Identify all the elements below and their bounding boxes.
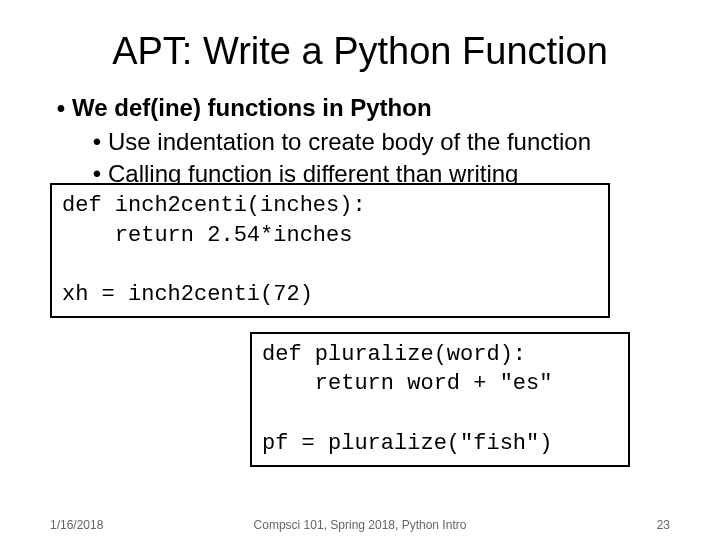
footer-course: Compsci 101, Spring 2018, Python Intro (0, 518, 720, 532)
code-box-pluralize: def pluralize(word): return word + "es" … (250, 332, 630, 467)
code-box-inch2centi: def inch2centi(inches): return 2.54*inch… (50, 183, 610, 318)
bullet-level2: •Use indentation to create body of the f… (86, 127, 670, 157)
footer-page-number: 23 (657, 518, 670, 532)
bullet-list: •We def(ine) functions in Python •Use in… (50, 93, 670, 467)
code-line: return word + "es" (262, 371, 552, 396)
bullet-dot-icon: • (86, 127, 108, 157)
bullet-level1: •We def(ine) functions in Python (50, 93, 670, 123)
bullet-dot-icon: • (50, 93, 72, 123)
code-line: def inch2centi(inches): (62, 193, 366, 218)
code-line: xh = inch2centi(72) (62, 282, 313, 307)
overlap-region: function def inch2centi(inches): return … (50, 183, 670, 467)
code-line: pf = pluralize("fish") (262, 431, 552, 456)
code-line: def pluralize(word): (262, 342, 526, 367)
bullet-text: We def(ine) functions in Python (72, 94, 432, 121)
slide-title: APT: Write a Python Function (50, 30, 670, 73)
bullet-text: Use indentation to create body of the fu… (108, 128, 591, 155)
slide: APT: Write a Python Function •We def(ine… (0, 0, 720, 540)
code-line: return 2.54*inches (62, 223, 352, 248)
